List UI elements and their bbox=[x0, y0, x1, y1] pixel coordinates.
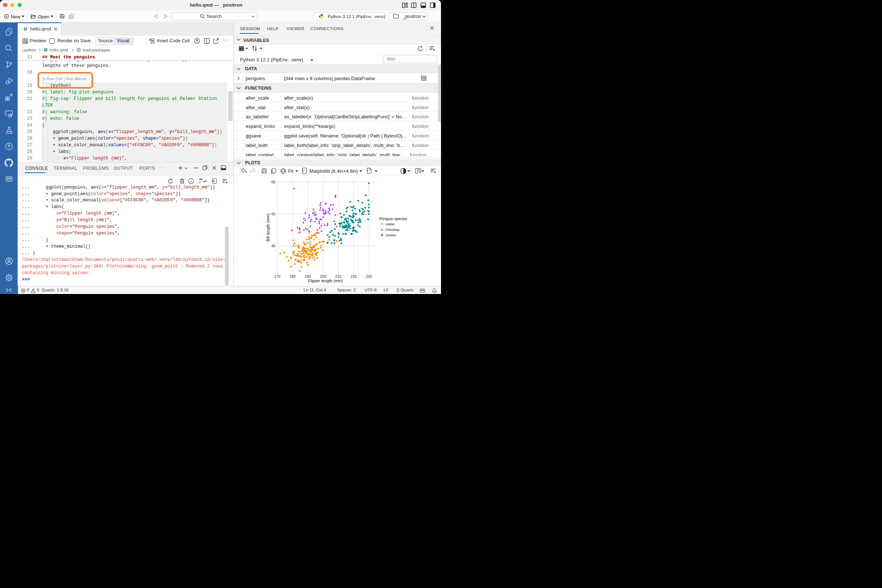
svg-text:60: 60 bbox=[271, 180, 276, 184]
svg-text:40: 40 bbox=[271, 244, 276, 248]
svg-text:Bill length (mm): Bill length (mm) bbox=[266, 213, 270, 242]
svg-text:200: 200 bbox=[320, 274, 326, 279]
svg-text:Flipper length (mm): Flipper length (mm) bbox=[308, 279, 342, 283]
svg-text:Gentoo: Gentoo bbox=[385, 233, 396, 237]
svg-text:Adelie: Adelie bbox=[385, 223, 394, 226]
svg-text:230: 230 bbox=[366, 274, 372, 279]
svg-text:220: 220 bbox=[350, 274, 357, 279]
svg-text:180: 180 bbox=[289, 274, 296, 279]
svg-text:Chinstrap: Chinstrap bbox=[385, 228, 399, 231]
svg-text:50: 50 bbox=[271, 212, 276, 216]
svg-text:190: 190 bbox=[304, 274, 311, 279]
svg-text:170: 170 bbox=[274, 274, 280, 279]
svg-text:210: 210 bbox=[335, 274, 341, 279]
svg-text:Penguin species: Penguin species bbox=[379, 217, 407, 221]
